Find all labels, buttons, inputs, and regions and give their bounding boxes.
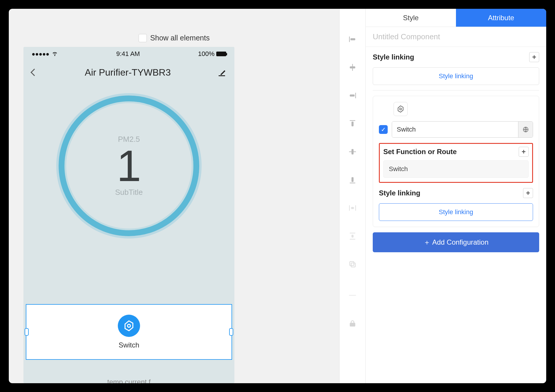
svg-rect-14 [355,205,356,211]
globe-i18n-button[interactable] [518,122,533,137]
add-function-button[interactable]: + [519,147,529,157]
show-all-label: Show all elements [150,34,210,42]
svg-rect-1 [349,37,350,42]
svg-rect-20 [351,263,355,267]
alignment-toolbar [339,9,366,383]
style-linking-button-2[interactable]: Style linking [379,203,533,221]
set-function-section: Set Function or Route + Switch [379,143,533,183]
add-style-link-button-1[interactable]: + [529,52,539,62]
svg-rect-2 [350,38,355,40]
svg-rect-12 [352,177,354,182]
align-center-h-icon[interactable] [348,63,357,71]
svg-rect-19 [350,262,354,266]
style-linking-header-1: Style linking + [373,52,539,62]
align-right-icon[interactable] [348,91,357,100]
layers-icon[interactable] [348,260,357,268]
temp-widget[interactable]: temp current f -3°F [23,378,234,383]
configuration-card: ✓ Switch Set Function or Route + Switch [373,96,539,227]
tab-attribute[interactable]: Attribute [456,9,546,27]
add-configuration-label: Add Configuration [432,238,488,246]
page-title: Air Purifier-TYWBR3 [85,67,171,78]
status-right: 100% [198,50,226,58]
svg-rect-4 [350,67,355,69]
svg-rect-13 [349,205,350,211]
nav-bar: Air Purifier-TYWBR3 [23,61,234,84]
add-configuration-button[interactable]: ＋ Add Configuration [373,232,539,252]
pm-circle-widget[interactable]: PM2.5 1 SubTitle [23,96,234,236]
temp-label: temp current f [107,378,151,383]
gear-hex-icon [123,320,135,332]
style-linking-title-2: Style linking [379,189,420,197]
app-frame: Show all elements ●●●●● 9:41 AM 100% Air [9,9,546,383]
plus-icon: ＋ [423,238,430,247]
set-function-header: Set Function or Route + [383,147,529,157]
label-config-row: ✓ Switch [379,121,533,138]
switch-label: Switch [119,341,139,349]
svg-rect-17 [350,239,355,239]
function-route-item[interactable]: Switch [383,160,529,178]
panel-body: Style linking + Style linking ✓ Switch [366,47,546,258]
svg-rect-21 [349,295,356,296]
svg-rect-8 [352,122,354,126]
label-text-input[interactable]: Switch [392,122,518,137]
edit-button[interactable] [219,69,226,76]
svg-point-0 [127,324,130,327]
show-all-row: Show all elements [9,34,339,42]
switch-icon-button[interactable] [118,315,140,337]
inspector-tabs: Style Attribute [366,9,546,27]
tab-style[interactable]: Style [366,9,456,27]
align-left-icon[interactable] [348,35,357,43]
divider [373,90,539,91]
pm-value: 1 [117,144,141,188]
svg-rect-7 [350,120,355,121]
status-left: ●●●●● [32,50,58,58]
style-linking-header-2: Style linking + [379,188,533,198]
style-linking-title-1: Style linking [373,53,414,61]
gear-hex-icon [397,105,404,113]
svg-rect-10 [352,149,354,155]
switch-component[interactable]: Switch [26,304,232,360]
status-time: 9:41 AM [116,50,140,58]
label-field-wrap: Switch [392,121,533,138]
svg-rect-5 [355,93,356,98]
svg-point-22 [400,108,402,110]
divider-icon [348,291,357,299]
svg-rect-6 [350,95,355,97]
svg-rect-16 [350,233,355,233]
add-style-link-button-2[interactable]: + [523,188,533,198]
show-all-checkbox[interactable] [139,34,147,42]
svg-rect-11 [350,183,355,183]
battery-icon [216,52,226,56]
chevron-left-icon [30,69,38,76]
set-function-title: Set Function or Route [383,148,457,156]
distribute-v-icon[interactable] [348,232,357,240]
svg-rect-15 [351,207,354,209]
align-center-v-icon[interactable] [348,148,357,156]
battery-percent: 100% [198,50,214,58]
pm-subtitle: SubTitle [115,188,143,197]
component-icon-selector[interactable] [394,102,408,116]
align-bottom-icon[interactable] [348,176,357,184]
globe-icon [522,126,529,133]
component-name[interactable]: Untitled Component [366,27,546,47]
align-top-icon[interactable] [348,120,357,128]
pm-circle: PM2.5 1 SubTitle [59,96,199,236]
back-button[interactable] [32,70,37,75]
signal-dots-icon: ●●●●● [32,51,49,57]
lock-icon[interactable] [348,319,357,328]
distribute-h-icon[interactable] [348,204,357,212]
svg-rect-18 [352,235,354,237]
style-linking-button-1[interactable]: Style linking [373,67,539,85]
phone-preview: ●●●●● 9:41 AM 100% Air Purifier-TYWBR3 [23,47,234,383]
inspector-panel: Style Attribute Untitled Component Style… [366,9,546,383]
preview-canvas: Show all elements ●●●●● 9:41 AM 100% Air [9,9,339,383]
label-enabled-checkbox[interactable]: ✓ [379,125,388,134]
status-bar: ●●●●● 9:41 AM 100% [23,47,234,61]
wifi-icon [52,50,58,58]
